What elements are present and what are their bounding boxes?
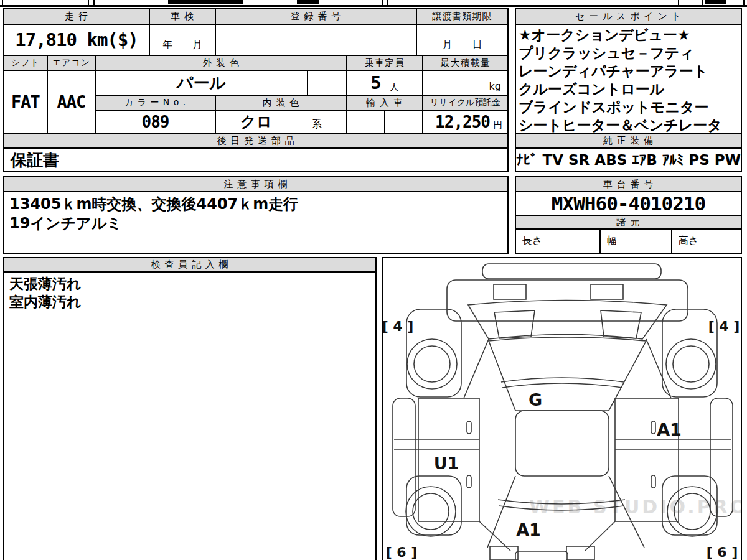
left-door-mark: U1: [434, 454, 459, 473]
max-load-unit: kg: [489, 80, 501, 92]
notes-line: 19インチアルミ: [9, 214, 298, 233]
rear-left-tire: [406, 487, 456, 536]
import-sub-cell-2: [384, 110, 423, 134]
transfer-deadline-header: 譲渡書類期限: [416, 8, 509, 25]
roof-panel: [515, 411, 609, 476]
recycle-deposit-value-cell: 12,250 円: [422, 110, 509, 134]
exterior-color-sub-cell: [307, 70, 347, 96]
aircon-header: エアコン: [47, 55, 96, 71]
max-load-value-cell: kg: [422, 70, 509, 96]
front-bumper: [482, 264, 661, 279]
interior-color-suffix: 系: [312, 118, 322, 131]
sales-point-line: プリクラッシュセ－フティ: [519, 44, 722, 62]
left-front-door-handle: [467, 421, 471, 434]
genuine-equipment-value: ﾅﾋﾞ TV SR ABS ｴｱB ｱﾙﾐ PS PW: [515, 147, 742, 172]
cropped-row-strip: [0, 0, 747, 7]
left-corner-window: [494, 310, 535, 338]
recycle-deposit-header: リサイクル預託金: [422, 95, 509, 111]
recycle-deposit-unit: 円: [493, 119, 502, 131]
inspector-header: 検 査 員 記 入 欄: [3, 257, 377, 273]
front-left-tire: [407, 339, 457, 389]
interior-color-header: 内 装 色: [215, 95, 347, 111]
capacity-value-cell: 5 人: [346, 70, 423, 96]
front-pillar-left: [464, 339, 489, 398]
left-door-split-lines: [394, 439, 479, 449]
right-door-split-lines: [615, 439, 731, 449]
sales-point-line: クルーズコントロール: [519, 80, 722, 98]
rear-left-tire-label: [ 6 ]: [386, 544, 418, 560]
spec-width-cell: 幅: [599, 228, 672, 254]
recycle-deposit-value: 12,250: [435, 114, 490, 130]
notes-line: 13405ｋm時交換、交換後4407ｋm走行: [9, 195, 298, 214]
color-no-value: 089: [95, 110, 216, 134]
rear-mark: A1: [516, 520, 541, 539]
sales-point-line: ブラインドスポットモニター: [519, 98, 722, 116]
inspector-body: 天張薄汚れ 室内薄汚れ: [3, 271, 377, 560]
import-header: 輸 入 車: [346, 95, 423, 111]
chassis-number-value: MXWH60-4010210: [515, 191, 742, 216]
later-parts-header: 後 日 発 送 部 品: [3, 133, 509, 149]
interior-color-value: クロ: [240, 111, 272, 132]
left-rocker-panel: [393, 398, 415, 516]
import-sub-cell-1: [346, 110, 385, 134]
right-rear-door-handle: [651, 475, 655, 488]
max-load-header: 最大積載量: [422, 55, 509, 71]
notes-body: 13405ｋm時交換、交換後4407ｋm走行 19インチアルミ: [3, 191, 509, 254]
left-rear-door-handle: [467, 475, 471, 488]
spec-header: 諸 元: [515, 215, 742, 230]
cowl-line-2: [502, 383, 622, 388]
later-parts-value: 保証書: [3, 147, 509, 172]
shift-header: シフト: [3, 55, 48, 71]
inspector-line: 室内薄汚れ: [9, 293, 82, 311]
notes-header: 注 意 事 項 欄: [3, 176, 509, 192]
sales-point-line: レーンディパチャーアラート: [519, 62, 722, 80]
left-headlight: [494, 284, 526, 299]
transfer-units: 月 日: [416, 24, 509, 56]
front-right-tire-label: [ 4 ]: [708, 319, 740, 334]
sales-point-header: セ ー ル ス ポ イ ン ト: [515, 8, 742, 25]
front-left-fender: [406, 309, 461, 397]
sales-point-list: ★オークションデビュー★ プリクラッシュセ－フティ レーンディパチャーアラート …: [515, 24, 742, 134]
right-door-mark: A1: [657, 420, 682, 439]
front-left-rim: [414, 346, 450, 382]
sales-point-line: シートヒーター＆ベンチレータ: [519, 116, 722, 134]
front-right-tire: [666, 339, 716, 389]
rear-pillar-left: [487, 476, 515, 548]
capacity-value: 5: [370, 74, 380, 92]
registration-value-cell: [215, 24, 417, 56]
rear-lamp-right: [566, 546, 594, 560]
windshield-mark: G: [529, 390, 542, 409]
capacity-unit: 人: [390, 82, 399, 93]
right-headlight: [591, 284, 623, 299]
rear-lamp-left: [490, 546, 518, 560]
car-diagram: WEB STUDIO.PRO: [382, 257, 742, 560]
rear-bumper: [515, 551, 568, 560]
rear-right-tire-label: [ 6 ]: [707, 544, 738, 560]
inspection-header: 車 検: [149, 8, 216, 25]
exterior-color-header: 外 装 色: [95, 55, 347, 71]
shift-value: FAT: [3, 70, 48, 134]
chassis-number-header: 車 台 番 号: [515, 176, 742, 192]
spec-height-cell: 高さ: [671, 228, 742, 254]
interior-color-value-cell: クロ 系: [215, 110, 347, 134]
front-right-rim: [673, 346, 709, 382]
inspection-units: 年 月: [149, 24, 216, 56]
cowl-line-1: [501, 378, 624, 382]
exterior-color-value: パール: [95, 70, 308, 96]
capacity-header: 乗車定員: [346, 55, 423, 71]
right-corner-window: [601, 310, 641, 338]
aircon-value: AAC: [47, 70, 96, 134]
front-pillar-right: [646, 339, 671, 398]
spec-length-cell: 長さ: [515, 228, 601, 254]
inspector-line: 天張薄汚れ: [9, 275, 82, 293]
mileage-header: 走 行: [3, 8, 150, 25]
front-left-tire-label: [ 4 ]: [382, 319, 414, 334]
right-front-door-handle: [651, 421, 655, 434]
registration-header: 登 録 番 号: [215, 8, 417, 25]
sales-point-line: ★オークションデビュー★: [519, 26, 722, 44]
genuine-equipment-header: 純 正 装 備: [515, 133, 742, 149]
car-diagram-panel: WEB STUDIO.PRO: [382, 257, 742, 560]
mileage-value: 17,810 km($): [3, 24, 150, 56]
windshield-glass: [489, 337, 646, 411]
color-no-header: カ ラ ー N o .: [95, 95, 216, 111]
